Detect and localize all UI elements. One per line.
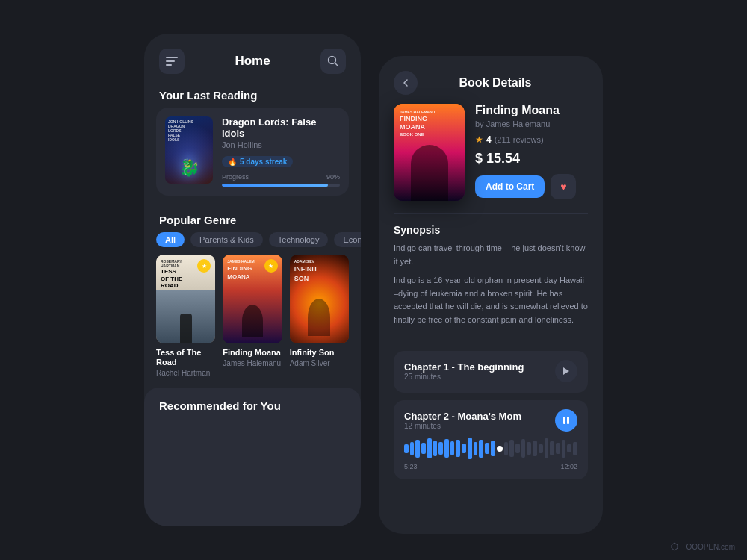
action-buttons: Add to Cart ♥: [475, 174, 588, 199]
cover-moana-text: JAMES HALEMANUFINDINGMOANABOOK ONE: [400, 110, 435, 138]
svg-rect-2: [166, 64, 172, 66]
waveform-bar: [462, 444, 466, 454]
waveform-bar: [550, 441, 554, 456]
chapter-2: Chapter 2 - Moana's Mom 12 minutes: [394, 400, 588, 479]
infinity-cover: ADAM SILVINFINITSON: [290, 255, 349, 343]
finding-moana-detail-cover: JAMES HALEMANUFINDINGMOANABOOK ONE: [394, 104, 465, 201]
book-item-tess[interactable]: ROSEMARYHARTMANTESSof theROAD ★ Tess of …: [156, 255, 215, 377]
star-badge: ★: [264, 259, 278, 273]
book-detail-info: JAMES HALEMANUFINDINGMOANABOOK ONE Findi…: [379, 104, 603, 213]
genre-filters: All Parents & Kids Technology Econ...: [144, 232, 361, 255]
chapter-2-pause-button[interactable]: [555, 409, 577, 432]
waveform-bar: [573, 442, 577, 455]
progress-label: Progress 90%: [222, 173, 340, 181]
last-reading-label: Your Last Reading: [144, 81, 361, 108]
waveform-bar: [562, 440, 566, 458]
waveform-bar: [556, 443, 560, 454]
waveform-bar: [450, 441, 455, 456]
books-grid: ROSEMARYHARTMANTESSof theROAD ★ Tess of …: [144, 255, 361, 388]
chapter-2-duration: 12 minutes: [404, 422, 521, 430]
book-item-finding-moana[interactable]: JAMES HALEMFINDINGMOANA ★ Finding Moana …: [223, 255, 282, 377]
waveform-bar: [438, 442, 443, 455]
streak-badge: 🔥 5 days streak: [222, 156, 293, 167]
chapter-1-title: Chapter 1 - The beginning: [404, 361, 524, 373]
waveform-bar: [415, 440, 420, 458]
waveform-bar: [491, 441, 495, 456]
waveform-bar: [468, 438, 472, 459]
synopsis-p2: Indigo is a 16-year-old orphan in presen…: [394, 274, 588, 326]
filter-parents-kids[interactable]: Parents & Kids: [190, 232, 263, 247]
waveform-bar: [545, 438, 549, 458]
streak-text: 5 days streak: [240, 158, 287, 166]
book-title: Dragon Lords: False Idols: [222, 116, 340, 139]
right-phone: Book Details JAMES HALEMANUFINDINGMOANAB…: [379, 56, 603, 534]
chapter-1-duration: 25 minutes: [404, 373, 524, 381]
waveform-bar: [504, 442, 509, 455]
back-button[interactable]: [394, 71, 418, 95]
book-detail-text: Finding Moana by James Halemanu ★ 4 (211…: [475, 104, 588, 199]
book-item-infinity-son[interactable]: ADAM SILVINFINITSON Infinity Son Adam Si…: [290, 255, 349, 377]
waveform-bar: [521, 439, 526, 458]
chapter-2-header: Chapter 2 - Moana's Mom 12 minutes: [404, 409, 577, 432]
tess-author: Rachel Hartman: [156, 369, 215, 377]
last-reading-card[interactable]: JON HOLLINSDRAGONLORDSFALSEIDOLS 🐉 Drago…: [156, 108, 349, 196]
rating-row: ★ 4 (211 reviews): [475, 134, 588, 145]
waveform-bar: [539, 444, 543, 453]
filter-all[interactable]: All: [156, 232, 185, 247]
chapter-section: Chapter 1 - The beginning 25 minutes Cha…: [379, 343, 603, 494]
chapter-1-play-button[interactable]: [555, 360, 577, 382]
svg-rect-5: [563, 417, 565, 424]
waveform-bar: [479, 440, 483, 458]
waveform-bar: [567, 444, 571, 452]
rating-count: (211 reviews): [495, 135, 544, 144]
waveform-bar: [474, 442, 478, 455]
synopsis-text: Indigo can travel through time – he just…: [394, 242, 588, 327]
filter-technology[interactable]: Technology: [269, 232, 329, 247]
wishlist-button[interactable]: ♥: [551, 174, 576, 199]
flame-icon: 🔥: [228, 158, 237, 166]
phone-header: Home: [144, 34, 361, 81]
search-button[interactable]: [320, 49, 346, 74]
time-total: 12:02: [560, 463, 577, 470]
detail-header: Book Details: [379, 56, 603, 104]
book-author: Jon Hollins: [222, 140, 340, 149]
tess-title: Tess of The Road: [156, 348, 215, 367]
waveform-bar: [515, 444, 520, 454]
waveform-bar: [433, 441, 438, 456]
add-to-cart-button[interactable]: Add to Cart: [475, 175, 545, 198]
progress-bar: [222, 184, 340, 187]
filter-econ[interactable]: Econ...: [334, 232, 361, 247]
synopsis-p1: Indigo can travel through time – he just…: [394, 242, 588, 268]
menu-button[interactable]: [159, 49, 185, 74]
book-detail-author: by James Halemanu: [475, 119, 588, 128]
popular-genre-label: Popular Genre: [144, 206, 361, 232]
star-icon: ★: [475, 134, 483, 145]
tess-cover: ROSEMARYHARTMANTESSof theROAD ★: [156, 255, 215, 343]
waveform-bar: [410, 442, 415, 455]
waveform: [404, 438, 577, 460]
playhead: [497, 446, 503, 452]
time-row: 5:23 12:02: [404, 463, 577, 470]
left-phone: Home Your Last Reading JON HOLLINSDRAGON…: [144, 34, 361, 526]
recommended-title: Recommended for You: [159, 399, 346, 412]
cover-text: JON HOLLINSDRAGONLORDSFALSEIDOLS: [168, 119, 193, 142]
chapter-2-title: Chapter 2 - Moana's Mom: [404, 411, 521, 422]
svg-rect-6: [567, 417, 569, 424]
chapter-1-header: Chapter 1 - The beginning 25 minutes: [404, 360, 577, 382]
waveform-bar: [444, 439, 449, 458]
infinity-author: Adam Silver: [290, 359, 349, 367]
dragon-icon: 🐉: [179, 158, 199, 178]
chapter-1: Chapter 1 - The beginning 25 minutes: [394, 351, 588, 393]
progress-fill: [222, 184, 328, 187]
synopsis-title: Synopsis: [394, 224, 588, 236]
dragon-lords-cover: JON HOLLINSDRAGONLORDSFALSEIDOLS 🐉: [165, 116, 213, 184]
svg-rect-1: [166, 60, 175, 62]
waveform-bar: [533, 441, 537, 456]
svg-line-4: [335, 63, 338, 66]
svg-rect-0: [166, 57, 178, 58]
watermark: TOOOPEN.com: [670, 542, 736, 551]
finding-moana-cover: JAMES HALEMFINDINGMOANA ★: [223, 255, 282, 343]
time-current: 5:23: [404, 463, 418, 470]
waveform-bar: [456, 440, 460, 457]
chapter-2-info: Chapter 2 - Moana's Mom 12 minutes: [404, 411, 521, 430]
